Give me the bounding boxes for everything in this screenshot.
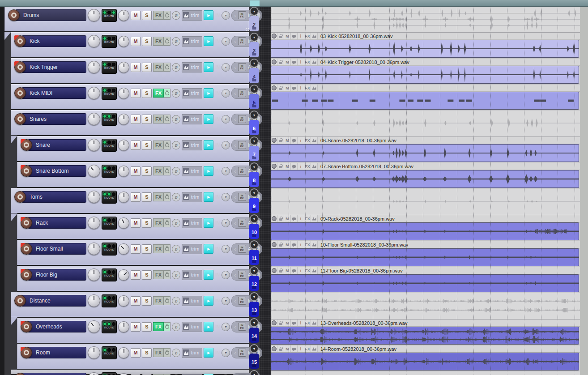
item-envelope-icon[interactable]: [311, 215, 318, 222]
record-monitor-button[interactable]: ▶: [204, 62, 213, 72]
item-header[interactable]: M i FX 11-Floor Big-05282018_00-36pm.wav: [271, 267, 580, 274]
mute-button[interactable]: M: [131, 192, 141, 202]
track-number-cell[interactable]: 10: [249, 224, 259, 239]
track-name-field[interactable]: Snares: [21, 113, 86, 125]
record-monitor-button[interactable]: ▶: [204, 296, 213, 306]
track-number-cell[interactable]: 11: [249, 250, 259, 265]
record-arm-button[interactable]: [14, 295, 26, 307]
track-control-panel[interactable]: Kick MIDI ROUTE M S FX ø trim ▶: [11, 84, 249, 109]
item-lock-icon[interactable]: [277, 345, 284, 352]
item-info-button[interactable]: i: [298, 215, 304, 222]
item-info-button[interactable]: i: [298, 163, 304, 170]
fx-button[interactable]: FX: [153, 322, 164, 331]
mute-button[interactable]: M: [131, 11, 141, 20]
pan-knob[interactable]: [118, 10, 129, 21]
route-button[interactable]: ROUTE: [102, 113, 117, 126]
volume-knob[interactable]: [88, 268, 100, 281]
media-item[interactable]: [271, 40, 579, 58]
trim-envelope-button[interactable]: trim: [182, 36, 202, 47]
volume-knob[interactable]: [88, 217, 100, 229]
item-notes-icon[interactable]: [291, 59, 298, 65]
monitor-dropdown[interactable]: ▼: [222, 167, 230, 175]
solo-button[interactable]: S: [142, 244, 152, 254]
trim-envelope-button[interactable]: trim: [182, 140, 202, 150]
folder-collapse-button[interactable]: ▼: [250, 266, 259, 275]
track-control-panel[interactable]: Drums ROUTE M S FX ø trim ▶: [4, 6, 249, 31]
fx-bypass-button[interactable]: [164, 270, 170, 279]
folder-collapse-button[interactable]: ▼: [250, 136, 259, 145]
folder-collapse-button[interactable]: ▼: [250, 188, 259, 197]
trim-envelope-button[interactable]: trim: [182, 166, 202, 176]
monitor-dropdown[interactable]: ▼: [222, 141, 230, 149]
track-name-field[interactable]: Floor Big: [28, 269, 86, 281]
solo-button[interactable]: S: [142, 37, 152, 46]
track-number-cell[interactable]: 2: [249, 16, 259, 31]
folder-collapse-button[interactable]: ▼: [250, 214, 259, 223]
volume-knob[interactable]: [88, 320, 100, 333]
record-arm-button[interactable]: [21, 165, 32, 177]
item-info-button[interactable]: i: [298, 241, 304, 248]
media-item[interactable]: [271, 170, 579, 188]
pan-knob[interactable]: [118, 166, 129, 177]
track-name-field[interactable]: Snare: [28, 139, 86, 151]
route-button[interactable]: ROUTE: [102, 191, 117, 204]
pan-knob[interactable]: [118, 88, 129, 99]
route-button[interactable]: ROUTE: [102, 9, 117, 22]
pan-knob[interactable]: [118, 114, 129, 125]
volume-knob[interactable]: [88, 243, 100, 255]
item-lock-icon[interactable]: [277, 59, 284, 65]
route-button[interactable]: ROUTE: [102, 346, 117, 359]
item-notes-icon[interactable]: [291, 267, 298, 274]
item-clock-icon[interactable]: [271, 215, 277, 222]
route-button[interactable]: ROUTE: [102, 372, 117, 375]
item-fx-button[interactable]: FX: [304, 267, 311, 274]
track-number-cell[interactable]: 5: [249, 94, 259, 109]
monitor-dropdown[interactable]: ▼: [222, 115, 230, 124]
track-control-panel[interactable]: Rack ROUTE M S FX ø trim ▶: [17, 214, 249, 239]
mute-button[interactable]: M: [131, 141, 141, 150]
track-number-cell[interactable]: 13: [249, 302, 259, 317]
route-button[interactable]: ROUTE: [102, 87, 117, 100]
route-button[interactable]: ROUTE: [102, 61, 117, 74]
track-number-cell[interactable]: 7: [249, 146, 259, 161]
item-mute-button[interactable]: M: [284, 267, 291, 274]
track-name-field[interactable]: Rack: [28, 217, 86, 229]
item-lock-icon[interactable]: [277, 215, 284, 222]
folder-ghost-lane[interactable]: [271, 293, 580, 320]
record-arm-button[interactable]: [14, 87, 26, 99]
track-control-panel[interactable]: Floor Small ROUTE M S FX ø trim ▶: [17, 240, 249, 265]
route-button[interactable]: ROUTE: [102, 35, 117, 48]
item-clock-icon[interactable]: [271, 163, 277, 170]
item-header[interactable]: M i FX 09-Rack-05282018_00-36pm.wav: [271, 215, 580, 222]
media-item[interactable]: [271, 353, 579, 371]
phase-button[interactable]: ø: [172, 63, 180, 72]
track-strip[interactable]: ▼ 8: [249, 162, 260, 188]
item-lock-icon[interactable]: [277, 85, 284, 91]
track-name-field[interactable]: Kick Trigger: [21, 61, 86, 73]
track-strip[interactable]: ▼ 4: [249, 58, 260, 84]
track-strip[interactable]: ▼ 2: [249, 6, 260, 32]
phase-button[interactable]: ø: [172, 11, 180, 20]
item-fx-button[interactable]: FX: [304, 137, 311, 144]
item-fx-button[interactable]: FX: [304, 320, 311, 326]
folder-ghost-lane[interactable]: [271, 189, 580, 215]
pan-knob[interactable]: [118, 62, 129, 73]
route-button[interactable]: ROUTE: [102, 139, 117, 152]
fx-button[interactable]: FX: [153, 244, 164, 253]
item-lock-icon[interactable]: [277, 137, 284, 144]
monitor-dropdown[interactable]: ▼: [222, 37, 230, 46]
item-clock-icon[interactable]: [271, 85, 277, 91]
item-info-button[interactable]: i: [298, 33, 304, 39]
volume-knob[interactable]: [88, 294, 100, 307]
route-button[interactable]: ROUTE: [102, 320, 117, 333]
record-arm-button[interactable]: [21, 347, 32, 358]
mute-button[interactable]: M: [131, 348, 141, 358]
fx-button[interactable]: FX: [153, 11, 164, 20]
item-mute-button[interactable]: M: [284, 241, 291, 248]
phase-button[interactable]: ø: [172, 271, 180, 279]
item-clock-icon[interactable]: [271, 137, 277, 144]
track-name-field[interactable]: Floor Small: [28, 243, 86, 255]
monitor-dropdown[interactable]: ▼: [222, 323, 230, 331]
mute-button[interactable]: M: [131, 166, 141, 176]
item-header[interactable]: M i FX 13-Overheads-05282018_00-36pm.wav: [271, 320, 580, 327]
